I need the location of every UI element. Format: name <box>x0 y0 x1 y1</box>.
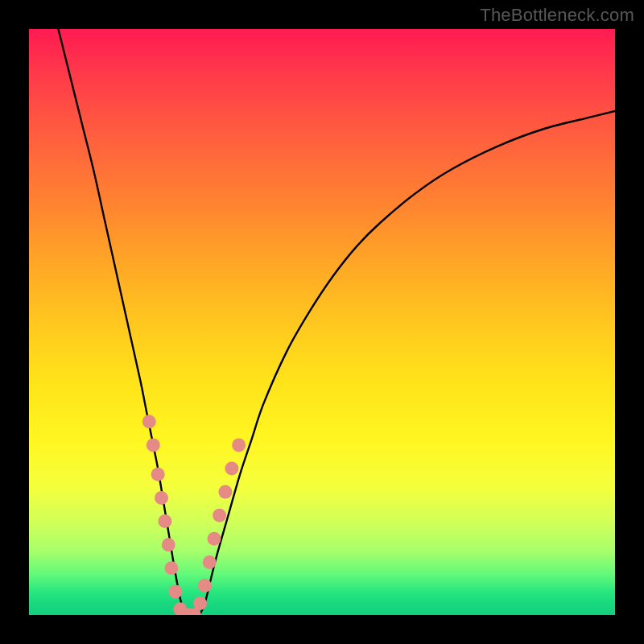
curve-marker <box>162 538 175 551</box>
curve-marker <box>213 509 226 522</box>
curve-marker <box>218 485 232 499</box>
curve-marker <box>147 438 160 452</box>
chart-frame: TheBottleneck.com <box>0 0 644 644</box>
curve-marker <box>193 597 207 610</box>
curve-marker <box>208 532 221 546</box>
watermark-text: TheBottleneck.com <box>480 5 634 26</box>
curve-marker <box>155 491 168 505</box>
curve-marker <box>225 462 238 476</box>
curve-marker-group <box>142 415 246 615</box>
curve-marker <box>151 468 165 481</box>
curve-marker <box>142 415 156 428</box>
curve-marker <box>198 579 212 592</box>
curve-marker <box>203 555 217 569</box>
plot-area <box>29 29 615 615</box>
curve-marker <box>169 584 183 598</box>
curve-marker <box>164 561 178 575</box>
curve-marker <box>158 514 171 528</box>
bottleneck-curve-svg <box>29 29 615 615</box>
curve-marker <box>232 438 246 452</box>
bottleneck-curve-path <box>58 29 615 615</box>
